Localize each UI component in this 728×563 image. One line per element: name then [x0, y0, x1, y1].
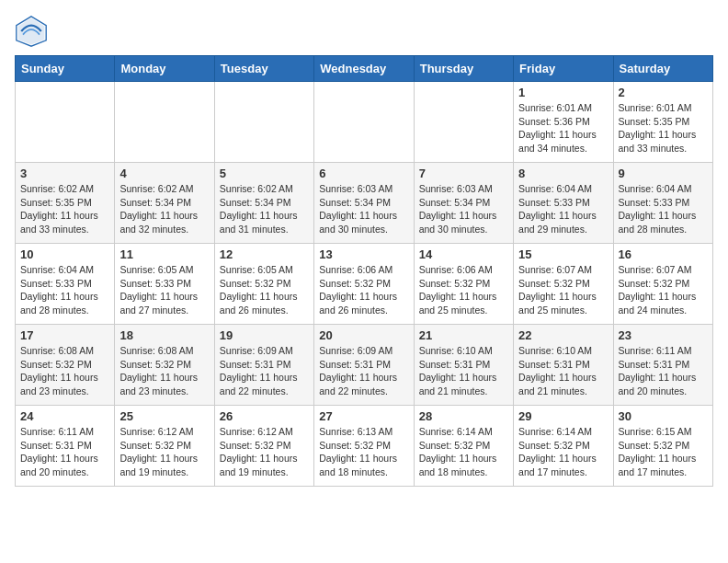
day-info: Sunrise: 6:09 AM Sunset: 5:31 PM Dayligh…	[220, 344, 309, 398]
day-number: 30	[619, 409, 708, 423]
calendar-cell: 22Sunrise: 6:10 AM Sunset: 5:31 PM Dayli…	[514, 325, 613, 406]
day-info: Sunrise: 6:04 AM Sunset: 5:33 PM Dayligh…	[20, 263, 109, 317]
day-number: 2	[619, 86, 708, 99]
day-number: 4	[119, 167, 209, 180]
calendar-week-1: 1Sunrise: 6:01 AM Sunset: 5:36 PM Daylig…	[16, 82, 713, 163]
calendar-cell: 16Sunrise: 6:07 AM Sunset: 5:32 PM Dayli…	[613, 244, 712, 325]
day-number: 21	[419, 328, 508, 342]
calendar-week-2: 3Sunrise: 6:02 AM Sunset: 5:35 PM Daylig…	[16, 163, 713, 244]
day-number: 6	[319, 167, 408, 180]
calendar-cell: 24Sunrise: 6:11 AM Sunset: 5:31 PM Dayli…	[16, 406, 115, 487]
calendar-cell: 19Sunrise: 6:09 AM Sunset: 5:31 PM Dayli…	[214, 325, 313, 406]
logo-icon	[15, 15, 48, 48]
calendar-cell: 5Sunrise: 6:02 AM Sunset: 5:34 PM Daylig…	[214, 163, 313, 244]
day-number: 27	[319, 409, 408, 423]
day-info: Sunrise: 6:07 AM Sunset: 5:32 PM Dayligh…	[518, 263, 608, 317]
logo	[15, 15, 51, 48]
weekday-header-tuesday: Tuesday	[214, 56, 313, 82]
calendar-week-5: 24Sunrise: 6:11 AM Sunset: 5:31 PM Dayli…	[16, 406, 713, 487]
calendar-cell: 25Sunrise: 6:12 AM Sunset: 5:32 PM Dayli…	[115, 406, 214, 487]
day-info: Sunrise: 6:05 AM Sunset: 5:33 PM Dayligh…	[119, 263, 209, 317]
calendar-week-3: 10Sunrise: 6:04 AM Sunset: 5:33 PM Dayli…	[16, 244, 713, 325]
calendar-cell	[115, 82, 214, 163]
calendar-cell: 9Sunrise: 6:04 AM Sunset: 5:33 PM Daylig…	[613, 163, 712, 244]
calendar-cell: 29Sunrise: 6:14 AM Sunset: 5:32 PM Dayli…	[514, 406, 613, 487]
header	[15, 15, 713, 48]
calendar-cell: 30Sunrise: 6:15 AM Sunset: 5:32 PM Dayli…	[613, 406, 712, 487]
weekday-header-saturday: Saturday	[613, 56, 712, 82]
day-info: Sunrise: 6:05 AM Sunset: 5:32 PM Dayligh…	[220, 263, 309, 317]
day-number: 9	[619, 167, 708, 180]
day-info: Sunrise: 6:13 AM Sunset: 5:32 PM Dayligh…	[319, 425, 408, 479]
day-info: Sunrise: 6:10 AM Sunset: 5:31 PM Dayligh…	[518, 344, 608, 398]
calendar-header: SundayMondayTuesdayWednesdayThursdayFrid…	[16, 56, 713, 82]
day-info: Sunrise: 6:08 AM Sunset: 5:32 PM Dayligh…	[20, 344, 109, 398]
day-number: 19	[220, 328, 309, 342]
calendar-cell: 21Sunrise: 6:10 AM Sunset: 5:31 PM Dayli…	[414, 325, 513, 406]
day-info: Sunrise: 6:15 AM Sunset: 5:32 PM Dayligh…	[619, 425, 708, 479]
day-info: Sunrise: 6:06 AM Sunset: 5:32 PM Dayligh…	[419, 263, 508, 317]
day-number: 13	[319, 247, 408, 261]
day-info: Sunrise: 6:04 AM Sunset: 5:33 PM Dayligh…	[518, 182, 608, 236]
calendar-cell: 13Sunrise: 6:06 AM Sunset: 5:32 PM Dayli…	[314, 244, 414, 325]
day-number: 1	[518, 86, 608, 99]
day-number: 22	[518, 328, 608, 342]
day-info: Sunrise: 6:02 AM Sunset: 5:34 PM Dayligh…	[119, 182, 209, 236]
day-info: Sunrise: 6:02 AM Sunset: 5:34 PM Dayligh…	[220, 182, 309, 236]
day-info: Sunrise: 6:09 AM Sunset: 5:31 PM Dayligh…	[319, 344, 408, 398]
day-number: 25	[119, 409, 209, 423]
calendar-table: SundayMondayTuesdayWednesdayThursdayFrid…	[15, 55, 713, 487]
calendar-cell: 3Sunrise: 6:02 AM Sunset: 5:35 PM Daylig…	[16, 163, 115, 244]
weekday-header-sunday: Sunday	[16, 56, 115, 82]
day-number: 5	[220, 167, 309, 180]
day-number: 18	[119, 328, 209, 342]
day-info: Sunrise: 6:03 AM Sunset: 5:34 PM Dayligh…	[319, 182, 408, 236]
calendar-cell: 12Sunrise: 6:05 AM Sunset: 5:32 PM Dayli…	[214, 244, 313, 325]
day-info: Sunrise: 6:11 AM Sunset: 5:31 PM Dayligh…	[20, 425, 109, 479]
day-number: 7	[419, 167, 508, 180]
calendar-cell: 7Sunrise: 6:03 AM Sunset: 5:34 PM Daylig…	[414, 163, 513, 244]
calendar-cell: 1Sunrise: 6:01 AM Sunset: 5:36 PM Daylig…	[514, 82, 613, 163]
day-info: Sunrise: 6:03 AM Sunset: 5:34 PM Dayligh…	[419, 182, 508, 236]
calendar-cell: 20Sunrise: 6:09 AM Sunset: 5:31 PM Dayli…	[314, 325, 414, 406]
day-number: 20	[319, 328, 408, 342]
calendar-cell: 28Sunrise: 6:14 AM Sunset: 5:32 PM Dayli…	[414, 406, 513, 487]
day-number: 17	[20, 328, 109, 342]
calendar-cell: 26Sunrise: 6:12 AM Sunset: 5:32 PM Dayli…	[214, 406, 313, 487]
day-number: 3	[20, 167, 109, 180]
calendar-cell	[214, 82, 313, 163]
day-number: 10	[20, 247, 109, 261]
day-number: 8	[518, 167, 608, 180]
day-info: Sunrise: 6:02 AM Sunset: 5:35 PM Dayligh…	[20, 182, 109, 236]
day-info: Sunrise: 6:08 AM Sunset: 5:32 PM Dayligh…	[119, 344, 209, 398]
day-info: Sunrise: 6:14 AM Sunset: 5:32 PM Dayligh…	[419, 425, 508, 479]
weekday-header-friday: Friday	[514, 56, 613, 82]
day-info: Sunrise: 6:07 AM Sunset: 5:32 PM Dayligh…	[619, 263, 708, 317]
day-info: Sunrise: 6:12 AM Sunset: 5:32 PM Dayligh…	[119, 425, 209, 479]
day-number: 26	[220, 409, 309, 423]
day-number: 11	[119, 247, 209, 261]
day-info: Sunrise: 6:01 AM Sunset: 5:36 PM Dayligh…	[518, 101, 608, 155]
day-number: 14	[419, 247, 508, 261]
day-info: Sunrise: 6:06 AM Sunset: 5:32 PM Dayligh…	[319, 263, 408, 317]
day-number: 28	[419, 409, 508, 423]
day-number: 24	[20, 409, 109, 423]
day-info: Sunrise: 6:04 AM Sunset: 5:33 PM Dayligh…	[619, 182, 708, 236]
calendar-cell: 8Sunrise: 6:04 AM Sunset: 5:33 PM Daylig…	[514, 163, 613, 244]
calendar-cell: 14Sunrise: 6:06 AM Sunset: 5:32 PM Dayli…	[414, 244, 513, 325]
day-info: Sunrise: 6:10 AM Sunset: 5:31 PM Dayligh…	[419, 344, 508, 398]
day-number: 23	[619, 328, 708, 342]
calendar-cell	[414, 82, 513, 163]
calendar-cell: 17Sunrise: 6:08 AM Sunset: 5:32 PM Dayli…	[16, 325, 115, 406]
weekday-header-monday: Monday	[115, 56, 214, 82]
calendar-cell: 4Sunrise: 6:02 AM Sunset: 5:34 PM Daylig…	[115, 163, 214, 244]
day-info: Sunrise: 6:12 AM Sunset: 5:32 PM Dayligh…	[220, 425, 309, 479]
day-number: 15	[518, 247, 608, 261]
weekday-header-thursday: Thursday	[414, 56, 513, 82]
day-number: 16	[619, 247, 708, 261]
day-number: 29	[518, 409, 608, 423]
calendar-cell: 23Sunrise: 6:11 AM Sunset: 5:31 PM Dayli…	[613, 325, 712, 406]
calendar-cell: 27Sunrise: 6:13 AM Sunset: 5:32 PM Dayli…	[314, 406, 414, 487]
day-info: Sunrise: 6:14 AM Sunset: 5:32 PM Dayligh…	[518, 425, 608, 479]
weekday-header-wednesday: Wednesday	[314, 56, 414, 82]
